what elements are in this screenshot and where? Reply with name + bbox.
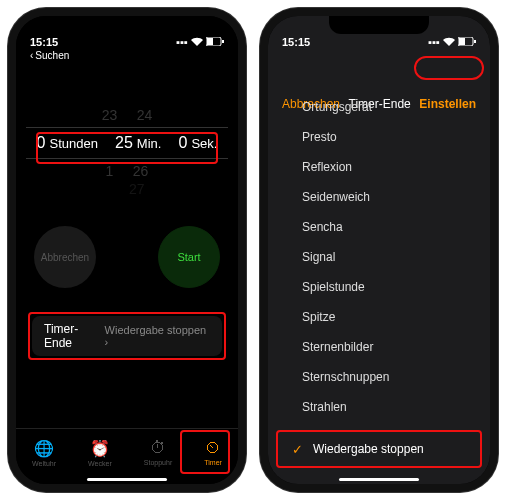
timer-screen: 15:15 ▪▪▪ Suchen 23 24 0Stunden 25Min. 0… (16, 16, 238, 484)
battery-icon (206, 36, 224, 48)
status-icons: ▪▪▪ (176, 36, 224, 48)
phone-sound-picker: 15:15 ▪▪▪ Abbrechen Timer-Ende Einstelle… (260, 8, 498, 492)
status-time: 15:15 (30, 36, 58, 48)
sound-item[interactable]: Seidenweich (268, 182, 490, 212)
svg-rect-4 (459, 38, 465, 45)
highlight-timer-end (28, 312, 226, 360)
phone-timer: 15:15 ▪▪▪ Suchen 23 24 0Stunden 25Min. 0… (8, 8, 246, 492)
sound-item[interactable]: Strahlen (268, 392, 490, 422)
status-time: 15:15 (282, 36, 310, 48)
svg-rect-5 (474, 40, 476, 43)
highlight-timer-tab (180, 430, 230, 474)
stopwatch-icon: ⏱ (150, 439, 166, 457)
sound-item[interactable]: Triller (268, 422, 490, 424)
highlight-stop-playback (276, 430, 482, 468)
tab-stopwatch[interactable]: ⏱Stoppuhr (144, 439, 172, 466)
sound-item[interactable]: Ortungsgerät (268, 92, 490, 122)
start-button[interactable]: Start (158, 226, 220, 288)
svg-rect-1 (207, 38, 213, 45)
home-indicator[interactable] (339, 478, 419, 481)
tab-world-clock[interactable]: 🌐Weltuhr (32, 439, 56, 467)
notch (329, 16, 429, 34)
tab-alarm[interactable]: ⏰Wecker (88, 439, 112, 467)
signal-icon: ▪▪▪ (176, 36, 188, 48)
highlight-picker (36, 132, 218, 164)
sound-item[interactable]: Spitze (268, 302, 490, 332)
alarm-icon: ⏰ (90, 439, 110, 458)
globe-icon: 🌐 (34, 439, 54, 458)
cancel-button[interactable]: Abbrechen (34, 226, 96, 288)
wifi-icon (191, 36, 203, 48)
svg-rect-2 (222, 40, 224, 43)
sound-screen: 15:15 ▪▪▪ Abbrechen Timer-Ende Einstelle… (268, 16, 490, 484)
status-icons: ▪▪▪ (428, 36, 476, 48)
sound-item[interactable]: Signal (268, 242, 490, 272)
back-search[interactable]: Suchen (30, 50, 69, 61)
sound-list[interactable]: OrtungsgerätPrestoReflexionSeidenweichSe… (268, 92, 490, 424)
signal-icon: ▪▪▪ (428, 36, 440, 48)
battery-icon (458, 36, 476, 48)
sound-item[interactable]: Sternenbilder (268, 332, 490, 362)
highlight-set-button (414, 56, 484, 80)
notch (77, 16, 177, 34)
sound-item[interactable]: Spielstunde (268, 272, 490, 302)
sound-item[interactable]: Presto (268, 122, 490, 152)
sound-item[interactable]: Reflexion (268, 152, 490, 182)
wifi-icon (443, 36, 455, 48)
sound-item[interactable]: Sternschnuppen (268, 362, 490, 392)
sound-item[interactable]: Sencha (268, 212, 490, 242)
home-indicator[interactable] (87, 478, 167, 481)
